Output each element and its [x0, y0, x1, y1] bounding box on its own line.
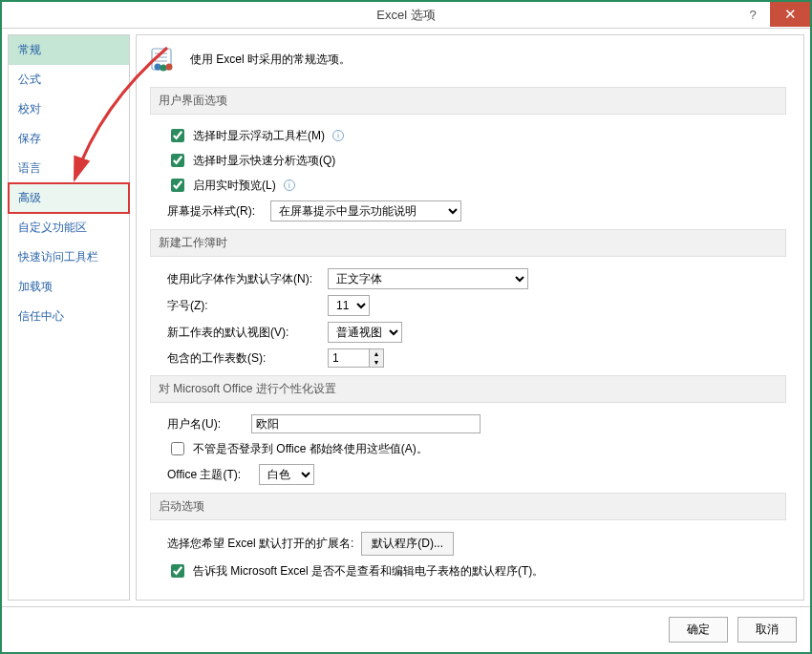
always-use-label: 不管是否登录到 Office 都始终使用这些值(A)。: [193, 441, 428, 457]
font-select[interactable]: 正文字体: [328, 268, 528, 289]
opt-livepreview-row: 启用实时预览(L) i: [167, 176, 786, 195]
view-row: 新工作表的默认视图(V): 普通视图: [167, 322, 786, 343]
content-panel: 使用 Excel 时采用的常规选项。 用户界面选项 选择时显示浮动工具栏(M) …: [136, 34, 804, 601]
default-programs-button[interactable]: 默认程序(D)...: [361, 532, 454, 556]
tellme-label: 告诉我 Microsoft Excel 是否不是查看和编辑电子表格的默认程序(T…: [193, 563, 544, 580]
tellme-checkbox[interactable]: [171, 564, 184, 578]
ext-row: 选择您希望 Excel 默认打开的扩展名: 默认程序(D)...: [167, 532, 786, 556]
sidebar-item-proofing[interactable]: 校对: [9, 95, 129, 124]
sidebar-item-formulas[interactable]: 公式: [9, 65, 129, 95]
section-header-personalize: 对 Microsoft Office 进行个性化设置: [150, 375, 786, 403]
info-icon[interactable]: i: [332, 130, 344, 141]
window-title: Excel 选项: [376, 7, 435, 24]
sidebar-item-quick-access[interactable]: 快速访问工具栏: [9, 243, 129, 272]
sidebar-item-label: 校对: [18, 102, 41, 116]
sidebar-item-addins[interactable]: 加载项: [9, 272, 129, 302]
opt-quickanalysis-checkbox[interactable]: [171, 154, 184, 167]
theme-row: Office 主题(T): 白色: [167, 464, 786, 485]
sidebar-item-label: 语言: [18, 161, 41, 175]
intro-text: 使用 Excel 时采用的常规选项。: [190, 52, 351, 68]
sidebar-item-language[interactable]: 语言: [9, 154, 129, 183]
sidebar-item-label: 常规: [18, 43, 41, 56]
section-header-newwb: 新建工作簿时: [150, 229, 786, 257]
sidebar-item-save[interactable]: 保存: [9, 124, 129, 154]
username-input[interactable]: [251, 414, 481, 433]
sidebar-item-label: 保存: [18, 132, 41, 145]
view-label: 新工作表的默认视图(V):: [167, 325, 320, 341]
dialog-body: 常规 公式 校对 保存 语言 高级 自定义功能区 快速访问工具栏 加载项 信任中…: [2, 29, 810, 606]
always-use-checkbox[interactable]: [171, 442, 184, 455]
opt-minitoolbar-label: 选择时显示浮动工具栏(M): [193, 128, 325, 144]
sidebar-item-advanced[interactable]: 高级: [9, 183, 129, 213]
section-header-startup: 启动选项: [150, 493, 786, 520]
dialog-footer: 确定 取消: [2, 606, 810, 652]
close-button[interactable]: ✕: [770, 2, 810, 27]
svg-point-4: [155, 64, 161, 71]
size-select[interactable]: 11: [328, 295, 370, 316]
sidebar-item-label: 快速访问工具栏: [18, 250, 98, 264]
opt-minitoolbar-checkbox[interactable]: [171, 129, 184, 142]
tellme-row: 告诉我 Microsoft Excel 是否不是查看和编辑电子表格的默认程序(T…: [167, 561, 786, 580]
font-row: 使用此字体作为默认字体(N): 正文字体: [167, 268, 786, 289]
sidebar-item-general[interactable]: 常规: [9, 35, 129, 65]
titlebar-controls: ? ✕: [736, 2, 810, 27]
options-window: Excel 选项 ? ✕ 常规 公式 校对 保存 语言 高级 自定义功能区 快速…: [0, 0, 812, 654]
size-row: 字号(Z): 11: [167, 295, 786, 316]
ext-label: 选择您希望 Excel 默认打开的扩展名:: [167, 536, 353, 552]
opt-quickanalysis-label: 选择时显示快速分析选项(Q): [193, 153, 335, 169]
username-row: 用户名(U):: [167, 414, 786, 433]
sheets-label: 包含的工作表数(S):: [167, 350, 320, 367]
theme-label: Office 主题(T):: [167, 467, 251, 483]
svg-point-5: [160, 65, 167, 72]
cancel-button[interactable]: 取消: [737, 617, 797, 643]
sheets-input[interactable]: [328, 348, 370, 368]
intro-row: 使用 Excel 时采用的常规选项。: [150, 45, 786, 74]
size-label: 字号(Z):: [167, 298, 320, 314]
sheets-down-button[interactable]: ▼: [370, 358, 383, 367]
opt-quickanalysis-row: 选择时显示快速分析选项(Q): [167, 151, 786, 170]
sheets-row: 包含的工作表数(S): ▲ ▼: [167, 348, 786, 368]
screentip-select[interactable]: 在屏幕提示中显示功能说明: [270, 200, 461, 222]
sidebar-item-customize-ribbon[interactable]: 自定义功能区: [9, 213, 129, 243]
section-header-ui: 用户界面选项: [150, 87, 786, 115]
sidebar: 常规 公式 校对 保存 语言 高级 自定义功能区 快速访问工具栏 加载项 信任中…: [8, 34, 130, 601]
font-label: 使用此字体作为默认字体(N):: [167, 271, 320, 287]
ok-button[interactable]: 确定: [669, 617, 728, 643]
sidebar-item-trust-center[interactable]: 信任中心: [9, 302, 129, 331]
screentip-row: 屏幕提示样式(R): 在屏幕提示中显示功能说明: [167, 200, 786, 222]
always-use-row: 不管是否登录到 Office 都始终使用这些值(A)。: [167, 439, 786, 458]
sidebar-item-label: 信任中心: [18, 309, 64, 323]
info-icon[interactable]: i: [284, 179, 295, 191]
sidebar-item-label: 高级: [18, 191, 41, 204]
sidebar-item-label: 自定义功能区: [18, 221, 87, 234]
opt-livepreview-checkbox[interactable]: [171, 179, 184, 192]
sidebar-item-label: 公式: [18, 73, 41, 86]
theme-select[interactable]: 白色: [259, 464, 314, 485]
options-icon: [150, 45, 179, 74]
view-select[interactable]: 普通视图: [328, 322, 402, 343]
help-button[interactable]: ?: [736, 2, 770, 27]
titlebar: Excel 选项 ? ✕: [2, 2, 810, 29]
svg-point-6: [166, 64, 173, 71]
sheets-up-button[interactable]: ▲: [370, 349, 383, 358]
sheets-spinner: ▲ ▼: [328, 348, 384, 368]
sidebar-item-label: 加载项: [18, 280, 53, 293]
username-label: 用户名(U):: [167, 416, 244, 432]
opt-minitoolbar-row: 选择时显示浮动工具栏(M) i: [167, 126, 786, 145]
opt-livepreview-label: 启用实时预览(L): [193, 178, 276, 194]
screentip-label: 屏幕提示样式(R):: [167, 203, 263, 220]
